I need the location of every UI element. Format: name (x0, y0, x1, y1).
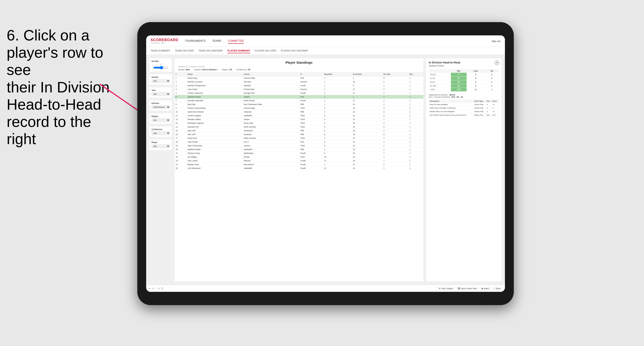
cell-reg: 5 (323, 129, 352, 133)
sub-nav-player-summary[interactable]: PLAYER SUMMARY (228, 48, 250, 53)
table-row[interactable]: 7 Nicholas Gabrelick North Florida Fourt… (174, 99, 424, 103)
nav-right: Sign out (492, 40, 500, 42)
cell-reg: 1 (323, 103, 352, 106)
table-row[interactable]: 6 Jackson Koivun Auburn First 1 1 1 1 (174, 95, 424, 99)
cell-reg: 1 (323, 80, 352, 84)
sub-nav-team-h2h-grid[interactable]: TEAM H2H GRID (175, 48, 194, 53)
toolbar-undo-icon[interactable]: ↺ (149, 287, 150, 290)
share-button[interactable]: ⤴ Share (492, 287, 502, 290)
gender-select[interactable]: Men Women (152, 79, 170, 83)
cell-school: Auburn (242, 95, 299, 99)
cell-reg: 1 (323, 99, 352, 103)
cell-win: 1 (408, 84, 424, 88)
table-row[interactable]: 11 Gordon Sargent Vanderbilt Third 4 21 … (174, 114, 424, 118)
table-row[interactable]: 22 Ian Gilligan Florida Third 10 24 1 1 (174, 155, 424, 159)
table-row[interactable]: 5 Christo Lamprecht Georgia Tech Fourth … (174, 91, 424, 95)
h2h-loss: 11 (466, 88, 485, 92)
toolbar-paste-icon[interactable]: 📋 (161, 287, 164, 290)
toolbar-redo-icon[interactable]: ↻ (152, 287, 154, 290)
table-row[interactable]: 23 Jack Lundin Missouri Fourth 11 24 1 1 (174, 159, 424, 163)
cell-yr: Fourth (299, 91, 323, 95)
cell-conf: 21 (352, 91, 382, 95)
table-row[interactable]: 10 Jacob Mou-Dessen Arkansas Fifth 1 23 … (174, 110, 424, 114)
table-row[interactable]: 2 Michael La Sasso Ole Miss Second 1 19 … (174, 80, 424, 84)
table-row[interactable]: 13 Phichaksn Maichon Texas A&M Third 6 3… (174, 121, 424, 125)
cell-num: 17 (174, 136, 186, 140)
table-row[interactable]: 9 Preston Summerhays Arizona State Third… (174, 106, 424, 110)
cell-conf: 21 (352, 114, 382, 118)
cell-conf: 24 (352, 106, 382, 110)
cell-rds: 0 (382, 110, 408, 114)
h2h-close-button[interactable]: × (495, 61, 499, 65)
cell-num: 15 (174, 129, 186, 133)
cell-win: 1 (408, 110, 424, 114)
save-custom-button[interactable]: 💾 Save Custom View (456, 287, 478, 290)
table-row[interactable]: 20 Matthew Riedel Vanderbilt Fifth 4 23 … (174, 148, 424, 152)
table-row[interactable]: 24 Bastian Amat New Mexico Fourth 1 27 2… (174, 163, 424, 167)
cell-reg: 1 (323, 88, 352, 91)
cell-num: 2 (174, 80, 186, 84)
table-row[interactable]: 17 David Ford North Carolina Third 1 21 … (174, 136, 424, 140)
cell-player: Matthew Riedel (186, 148, 243, 152)
h2h-range: 26-50 (429, 80, 451, 84)
h2h-table: Win Loss Tie Top 10 8 3 2 11-25 20 9 5 2… (429, 69, 499, 92)
h2h-col-tie: Tie (485, 69, 499, 73)
t-col-tournament: Tournament (429, 100, 474, 103)
h2h-loss: 4 (466, 80, 485, 84)
region-select[interactable]: N/A (152, 118, 170, 122)
table-row[interactable]: 15 Jake Hall Tennessee Fifth 5 24 2 1 (174, 129, 424, 133)
cell-win: 1 (408, 129, 424, 133)
h2h-loss: 6 (466, 84, 485, 88)
watch-button[interactable]: ▶ Watch (480, 287, 491, 290)
cell-player: Christo Lamprecht (186, 91, 243, 95)
cell-win: 1 (408, 88, 424, 91)
sub-nav-player-h2h-heatmap[interactable]: PLAYER H2H HEATMAP (281, 48, 308, 53)
division-select[interactable]: NCAA Division I (152, 105, 170, 109)
cell-num: 24 (174, 163, 186, 167)
sub-nav-team-summary[interactable]: TEAM SUMMARY (150, 48, 170, 53)
cell-rds: 2 (382, 163, 408, 167)
table-row[interactable]: 12 Brendan Valdes Auburn Third 4 22 1 1 (174, 118, 424, 121)
cell-win: 1 (408, 114, 424, 118)
toolbar-copy-icon[interactable]: ⎘ (158, 287, 159, 290)
cell-conf: 27 (352, 88, 382, 91)
sidebar-year: Year (All) (150, 87, 172, 98)
table-row[interactable]: 16 Alex Goff Kentucky Fifth 8 19 0 1 (174, 133, 424, 136)
table-row[interactable]: 18 Luke Powell UCLA First 6 24 1 1 (174, 140, 424, 144)
nav-item-committee[interactable]: COMMITTEE (228, 38, 244, 44)
sub-nav-player-h2h-grid[interactable]: PLAYER H2H GRID (255, 48, 276, 53)
table-row[interactable]: 19 Tiger Christensen Arizona Third 8 23 … (174, 144, 424, 148)
main-content: No Rds. 6 Gender Men Women Year (146, 55, 505, 285)
cell-rds: 8 (382, 76, 408, 80)
cell-rds: 2 (382, 103, 408, 106)
nav-items: TOURNAMENTS TEAMS COMMITTEE (185, 38, 492, 44)
rounds-slider[interactable] (153, 66, 168, 69)
nav-sign-out[interactable]: Sign out (492, 40, 500, 42)
player-select[interactable]: (All) (152, 144, 170, 148)
table-row[interactable]: 4 Luke Claton Florida State Second 1 27 … (174, 88, 424, 91)
year-select[interactable]: (All) (152, 92, 170, 96)
h2h-range: 51-100 (429, 84, 451, 88)
table-row[interactable]: 3 Michael Thorbjornsen Stanford Fourth 1… (174, 84, 424, 88)
cell-num: 1 (174, 76, 186, 80)
cell-school: Florida (242, 155, 299, 159)
table-row[interactable]: 21 Taehoon Song Washington Fourth 6 23 1… (174, 152, 424, 155)
cell-reg: 1 (323, 95, 352, 99)
conference-select[interactable]: (All) (152, 131, 170, 135)
cell-num: 6 (174, 95, 186, 99)
table-row[interactable]: 25 Cole Sherwood Vanderbilt Fourth 12 23… (174, 167, 424, 170)
tablet-screen: SCOREBOARD Powered by clippi TOURNAMENTS… (146, 35, 505, 292)
nav-item-teams[interactable]: TEAMS (212, 38, 221, 44)
t-name: Fallen Oak Collegiate Invitational (429, 106, 474, 110)
table-scroll-area[interactable]: # Player School Yr Reg Rank Conf Rank No… (174, 72, 424, 281)
table-row[interactable]: 8 Mats Ege East Tennessee State Fifth 1 … (174, 103, 424, 106)
sub-nav-team-h2h-heatmap[interactable]: TEAM H2H HEATMAP (198, 48, 223, 53)
table-row[interactable]: 1 Wenyi Ding Arizona State First 1 1 8 1 (174, 76, 424, 80)
nav-item-tournaments[interactable]: TOURNAMENTS (185, 38, 206, 44)
view-original-button[interactable]: 👁 View: Original (437, 287, 454, 290)
cell-school: Vanderbilt (242, 167, 299, 170)
cell-conf: 19 (352, 80, 382, 84)
division-filter: Division: NCAA Division I (194, 69, 218, 71)
cell-conf: 21 (352, 136, 382, 140)
table-row[interactable]: 14 Maxwell Ford North Carolina Third 3 2… (174, 125, 424, 129)
